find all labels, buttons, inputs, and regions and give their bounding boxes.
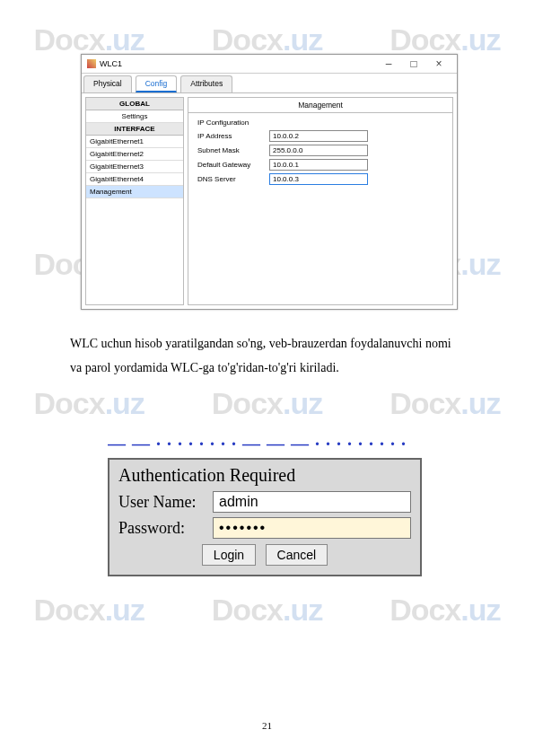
watermark: Docx.uz [212, 386, 322, 421]
field-username: User Name: [118, 491, 411, 513]
dns-server-input[interactable] [269, 173, 368, 185]
field-password: Password: [118, 517, 411, 539]
main-panel: Management IP Configuration IP Address S… [188, 97, 453, 305]
password-label: Password: [118, 519, 213, 538]
auth-screenshot: — — · · · · · · · · — — — · · · · · · · … [108, 442, 422, 576]
field-default-gateway: Default Gateway [197, 159, 443, 171]
username-label: User Name: [118, 493, 213, 512]
sidebar-item-ge2[interactable]: GigabitEthernet2 [86, 148, 183, 161]
sidebar-item-ge1[interactable]: GigabitEthernet1 [86, 136, 183, 148]
field-dns-server: DNS Server [197, 173, 443, 185]
auth-button-row: Login Cancel [118, 544, 411, 566]
tab-physical[interactable]: Physical [83, 75, 132, 92]
watermark: Docx.uz [212, 22, 322, 57]
tab-bar: Physical Config Attributes [82, 74, 457, 93]
body-paragraph: WLC uchun hisob yaratilgandan so'ng, veb… [70, 332, 465, 380]
sidebar-item-management[interactable]: Management [86, 186, 183, 198]
watermark-row: Docx.uz Docx.uz Docx.uz [0, 593, 534, 628]
subnet-mask-input[interactable] [269, 145, 368, 156]
ip-configuration-section: IP Configuration IP Address Subnet Mask … [188, 113, 452, 193]
page-number: 21 [0, 720, 534, 731]
maximize-button[interactable]: □ [401, 57, 426, 70]
wlc-config-window: WLC1 – □ × Physical Config Attributes GL… [81, 54, 458, 310]
login-button[interactable]: Login [202, 544, 256, 566]
subnet-mask-label: Subnet Mask [197, 146, 269, 154]
app-icon [87, 59, 96, 68]
username-input[interactable] [213, 491, 411, 513]
config-body: GLOBAL Settings INTERFACE GigabitEtherne… [82, 93, 457, 309]
watermark: Docx.uz [212, 593, 322, 628]
window-title: WLC1 [100, 59, 376, 68]
watermark: Docx.uz [390, 386, 500, 421]
auth-dialog: Authentication Required User Name: Passw… [108, 458, 422, 576]
watermark: Docx.uz [390, 593, 500, 628]
field-ip-address: IP Address [197, 130, 443, 142]
watermark: Docx.uz [33, 22, 144, 57]
watermark-row: Docx.uz Docx.uz Docx.uz [0, 386, 534, 421]
cropped-blue-header: — — · · · · · · · · — — — · · · · · · · … [108, 442, 422, 456]
field-subnet-mask: Subnet Mask [197, 145, 443, 156]
config-sidebar: GLOBAL Settings INTERFACE GigabitEtherne… [85, 97, 184, 305]
window-titlebar: WLC1 – □ × [82, 55, 457, 74]
default-gateway-label: Default Gateway [197, 161, 269, 169]
sidebar-header-global: GLOBAL [86, 98, 183, 110]
sidebar-header-interface: INTERFACE [86, 123, 183, 136]
close-button[interactable]: × [426, 57, 451, 70]
watermark-row: Docx.uz Docx.uz Docx.uz [0, 22, 534, 57]
cancel-button[interactable]: Cancel [266, 544, 328, 566]
ip-address-input[interactable] [269, 130, 368, 142]
auth-title: Authentication Required [118, 465, 411, 486]
default-gateway-input[interactable] [269, 159, 368, 171]
dns-server-label: DNS Server [197, 175, 269, 183]
tab-attributes[interactable]: Attributes [180, 75, 232, 92]
tab-config[interactable]: Config [136, 75, 178, 92]
ip-address-label: IP Address [197, 132, 269, 140]
sidebar-item-settings[interactable]: Settings [86, 110, 183, 123]
panel-title: Management [188, 98, 452, 113]
watermark: Docx.uz [390, 22, 500, 57]
sidebar-item-ge3[interactable]: GigabitEthernet3 [86, 161, 183, 173]
watermark: Docx.uz [33, 386, 144, 421]
minimize-button[interactable]: – [376, 57, 401, 70]
watermark: Docx.uz [33, 593, 144, 628]
sidebar-item-ge4[interactable]: GigabitEthernet4 [86, 173, 183, 186]
password-input[interactable] [213, 517, 411, 539]
section-label: IP Configuration [197, 119, 443, 127]
